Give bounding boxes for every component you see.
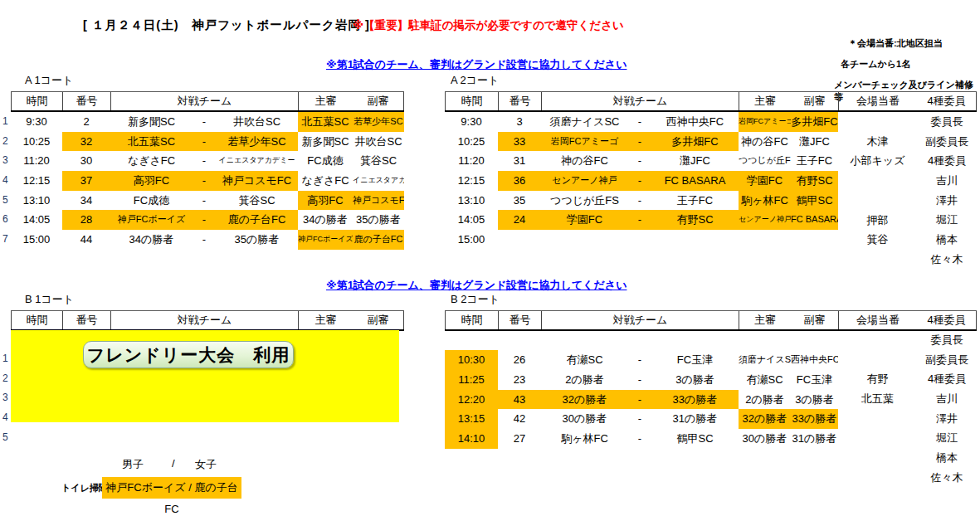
vs-dash: -: [628, 370, 651, 390]
col-teams: 対戦チーム: [541, 92, 739, 110]
vs-dash: -: [628, 151, 651, 171]
vs-dash: -: [193, 132, 216, 152]
col-time: 時間: [11, 311, 62, 329]
court-a1-label: A 1コート: [25, 73, 73, 88]
away-team: イニエスタアカデミー: [216, 151, 298, 171]
referee-cell: 須磨ナイスSC: [739, 350, 791, 370]
col-time: 時間: [11, 92, 62, 110]
assistant-referee-cell: イニエスタアカデミー: [353, 171, 404, 191]
col-assistant: 副審: [791, 92, 838, 110]
committee-column-a: 委員長副委員長4種委員吉川澤井堀江橋本佐々木: [917, 112, 977, 270]
away-team: 33の勝者: [651, 390, 739, 410]
home-team: つつじが丘FS: [541, 191, 628, 211]
col-referee: 主審: [739, 92, 791, 110]
time-cell: 10:25: [11, 132, 62, 152]
venue-duty-column-a: 木津小部キッズ押部箕谷: [838, 112, 917, 270]
match-number-cell: 26: [498, 350, 541, 370]
committee-member: 委員長: [917, 330, 977, 350]
assistant-referee-cell: 鹿の子台FC: [353, 230, 404, 250]
referee-cell: 岩岡FCアミーゴ: [739, 112, 791, 132]
teams-cell: 岩岡FCアミーゴ-多井畑FC: [541, 132, 739, 152]
teams-cell: つつじが丘FS-王子FC: [541, 191, 739, 211]
assistant-referee-cell: 多井畑FC: [791, 112, 838, 132]
committee-member: 澤井: [917, 409, 977, 429]
venue-duty-name: 木津: [838, 132, 917, 152]
parking-alert-note: ※【重要】駐車証の掲示が必要ですので遵守ください: [353, 18, 624, 33]
match-number-cell: 24: [498, 210, 541, 230]
toilet-duty-teams: 神戸FCボーイズ / 鹿の子台FC: [102, 477, 241, 499]
court-a1-table: 時間番号対戦チーム主審副審9:302新多聞SC-井吹台SC北五葉SC若草少年SC…: [11, 91, 404, 250]
home-team: 有瀬SC: [541, 350, 628, 370]
home-team: 神の谷FC: [541, 151, 628, 171]
assistant-referee-cell: FC玉津: [791, 370, 838, 390]
court-b1-table: 時間番号対戦チーム主審副審: [11, 310, 404, 331]
time-cell: 10:25: [445, 132, 498, 152]
away-team: 箕谷SC: [216, 191, 298, 211]
vs-dash: -: [193, 230, 216, 250]
referee-cell: つつじが丘FS: [739, 151, 791, 171]
referee-cell: 34の勝者: [298, 210, 353, 230]
committee-member: 堀江: [917, 210, 977, 230]
vs-dash: -: [193, 151, 216, 171]
home-team: 北五葉SC: [110, 132, 193, 152]
col-time: 時間: [445, 311, 498, 329]
referee-cell: 2の勝者: [739, 390, 791, 410]
home-team: なぎさFC: [110, 151, 193, 171]
match-number-cell: 33: [498, 132, 541, 152]
toilet-duty-label: トイレ掃除: [61, 482, 108, 494]
time-cell: 11:25: [445, 370, 498, 390]
match-row: 9:302新多聞SC-井吹台SC北五葉SC若草少年SC: [11, 112, 404, 132]
table-header-row: 時間番号対戦チーム主審副審会場当番4種委員: [445, 310, 977, 331]
court-b2-label: B 2コート: [451, 292, 500, 307]
away-team: 神戸コスモFC: [216, 171, 298, 191]
teams-cell: 駒ヶ林FC-鶴甲SC: [541, 429, 739, 449]
table-header-row: 時間番号対戦チーム主審副審会場当番4種委員: [445, 91, 977, 112]
venue-duty-column-b: 有野北五葉: [838, 349, 917, 449]
toilet-girls-label: 女子: [195, 457, 217, 472]
vs-dash: -: [628, 112, 651, 132]
committee-member: 副委員長: [917, 132, 977, 152]
col-referee: 主審: [298, 311, 353, 329]
away-team: 多井畑FC: [651, 132, 739, 152]
col-number: 番号: [62, 92, 110, 110]
teams-cell: 30の勝者-31の勝者: [541, 409, 739, 429]
match-number-cell: 27: [498, 429, 541, 449]
assistant-referee-cell: 3の勝者: [791, 390, 838, 410]
assistant-referee-cell: 有野SC: [791, 171, 838, 191]
teams-cell: 学園FC-有野SC: [541, 210, 739, 230]
time-cell: 9:30: [445, 112, 498, 132]
referee-cell: センアーノ神戸: [739, 210, 791, 230]
vs-dash: -: [628, 409, 651, 429]
teams-cell: 2の勝者-3の勝者: [541, 370, 739, 390]
referee-cell: 有瀬SC: [739, 370, 791, 390]
away-team: 王子FC: [651, 191, 739, 211]
time-cell: 13:10: [11, 191, 62, 211]
court-a2-label: A 2コート: [451, 73, 499, 88]
match-row: 11:2030なぎさFC-イニエスタアカデミーFC成徳箕谷SC: [11, 151, 404, 171]
committee-member: 橋本: [917, 230, 977, 250]
vs-dash: -: [193, 112, 216, 132]
match-number-cell: 37: [62, 171, 110, 191]
referee-cell: 神の谷FC: [739, 132, 791, 152]
referee-cell: 学園FC: [739, 171, 791, 191]
teams-cell: FC成徳-箕谷SC: [110, 191, 298, 211]
referee-cell: 30の勝者: [739, 429, 791, 449]
court-b1-label: B 1コート: [25, 292, 74, 307]
home-team: [541, 230, 628, 250]
committee-member: 4種委員: [917, 369, 977, 389]
referee-cell: FC成徳: [298, 151, 353, 171]
match-number-cell: 28: [62, 210, 110, 230]
time-cell: 12:20: [445, 390, 498, 410]
away-team: FC BASARA: [651, 171, 739, 191]
table-header-row: 時間番号対戦チーム主審副審: [11, 310, 404, 331]
teams-cell: 34の勝者-35の勝者: [110, 230, 298, 250]
vs-dash: -: [193, 191, 216, 211]
match-row: 14:0528神戸FCボーイズ-鹿の子台FC34の勝者35の勝者: [11, 210, 404, 230]
away-team: 31の勝者: [651, 409, 739, 429]
referee-cell: 神戸FCボーイズ: [298, 230, 353, 250]
committee-member: 委員長: [917, 112, 977, 132]
committee-member: 橋本: [917, 448, 977, 468]
committee-member: 澤井: [917, 191, 977, 211]
referee-cell: 32の勝者: [739, 409, 791, 429]
col-assistant: 副審: [353, 92, 404, 110]
